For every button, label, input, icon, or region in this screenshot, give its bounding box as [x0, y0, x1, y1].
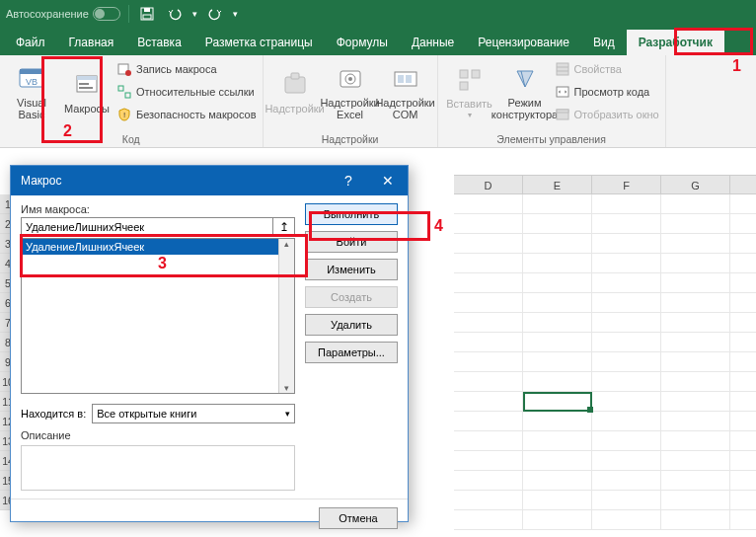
autosave-label: Автосохранение [6, 8, 89, 20]
redo-icon[interactable] [205, 4, 225, 24]
delete-button[interactable]: Удалить [305, 314, 398, 336]
options-button[interactable]: Параметры... [305, 342, 398, 363]
com-addins-icon [390, 63, 421, 95]
scrollbar[interactable]: ▴▾ [278, 239, 294, 393]
insert-control-icon [454, 64, 486, 96]
edit-button[interactable]: Изменить [305, 259, 398, 280]
dialog-close-button[interactable]: ✕ [368, 166, 408, 195]
visual-basic-button[interactable]: VB Visual Basic [6, 58, 57, 125]
svg-rect-25 [460, 82, 468, 90]
description-label: Описание [21, 429, 295, 441]
record-macro-label: Запись макроса [136, 63, 217, 75]
svg-rect-21 [398, 75, 404, 83]
macros-label: Макросы [64, 103, 110, 115]
col-header[interactable]: E [523, 176, 592, 193]
cancel-button[interactable]: Отмена [319, 507, 398, 529]
excel-addins-label: Надстройки Excel [320, 97, 379, 120]
relative-refs-button[interactable]: Относительные ссылки [116, 81, 257, 103]
tab-formulas[interactable]: Формулы [325, 30, 400, 55]
macro-dialog: Макрос ? ✕ Имя макроса: ↥ УдалениеЛишних… [10, 165, 409, 522]
visual-basic-icon: VB [16, 63, 47, 95]
macros-in-select[interactable]: Все открытые книги ▾ [92, 404, 295, 423]
tab-developer[interactable]: Разработчик [627, 30, 724, 55]
addins-button[interactable]: Надстройки [269, 58, 321, 125]
visual-basic-label: Visual Basic [17, 97, 46, 120]
title-bar: Автосохранение ▾ ▾ [0, 0, 756, 28]
properties-button[interactable]: Свойства [555, 58, 659, 80]
macro-name-input[interactable] [21, 217, 273, 237]
col-header[interactable]: G [661, 176, 730, 193]
svg-rect-23 [460, 70, 468, 78]
tab-data[interactable]: Данные [400, 30, 466, 55]
design-mode-button[interactable]: Режим конструктора [499, 58, 551, 125]
scroll-up-icon[interactable]: ▴ [284, 239, 289, 249]
ribbon-tabs: Файл Главная Вставка Разметка страницы Ф… [0, 28, 756, 55]
col-header[interactable]: F [592, 176, 661, 193]
record-macro-button[interactable]: Запись макроса [116, 58, 257, 80]
collapse-dialog-icon[interactable]: ↥ [273, 217, 295, 237]
tab-view[interactable]: Вид [581, 30, 627, 55]
undo-icon[interactable] [165, 4, 185, 24]
svg-rect-7 [77, 76, 97, 80]
svg-rect-1 [144, 8, 150, 12]
macro-security-button[interactable]: ! Безопасность макросов [116, 104, 257, 125]
view-code-icon [555, 84, 570, 100]
run-button[interactable]: Выполнить [305, 203, 398, 225]
worksheet-grid[interactable]: /* placeholder */ [454, 194, 756, 530]
show-window-button[interactable]: Отобразить окно [555, 104, 659, 125]
chevron-down-icon: ▾ [468, 112, 472, 120]
tab-home[interactable]: Главная [57, 30, 126, 55]
svg-rect-12 [118, 86, 123, 91]
design-mode-label: Режим конструктора [491, 97, 558, 120]
design-mode-icon [509, 63, 541, 95]
svg-rect-22 [406, 75, 412, 83]
group-addins-label: Надстройки [269, 133, 431, 147]
com-addins-button[interactable]: Надстройки COM [380, 58, 431, 125]
callout-3-number: 3 [158, 255, 167, 272]
qat-customize-icon[interactable]: ▾ [233, 9, 238, 19]
qat-separator [128, 5, 129, 23]
tab-insert[interactable]: Вставка [125, 30, 193, 55]
group-controls-label: Элементы управления [444, 133, 659, 147]
svg-rect-13 [125, 93, 130, 98]
ribbon: VB Visual Basic Макросы Запись макроса О… [0, 55, 756, 148]
col-header[interactable]: D [454, 176, 523, 193]
excel-addins-button[interactable]: Надстройки Excel [325, 58, 376, 125]
insert-control-button[interactable]: Вставить ▾ [444, 58, 495, 125]
tab-review[interactable]: Рецензирование [466, 30, 581, 55]
properties-icon [555, 61, 570, 77]
selected-cell[interactable] [523, 392, 592, 412]
macros-button[interactable]: Макросы [61, 58, 113, 125]
svg-point-19 [348, 77, 352, 81]
svg-rect-8 [79, 83, 89, 85]
show-window-icon [555, 107, 570, 122]
view-code-button[interactable]: Просмотр кода [555, 81, 659, 103]
dialog-help-button[interactable]: ? [329, 166, 368, 195]
create-button: Создать [305, 286, 398, 308]
svg-rect-16 [291, 73, 299, 79]
dialog-title: Макрос [21, 174, 61, 188]
macro-security-label: Безопасность макросов [136, 109, 257, 120]
save-icon[interactable] [137, 4, 157, 24]
security-icon: ! [116, 107, 132, 122]
scroll-down-icon[interactable]: ▾ [284, 383, 289, 393]
macro-list-item[interactable]: УдалениеЛишнихЯчеек [22, 239, 294, 255]
svg-rect-24 [472, 70, 480, 78]
com-addins-label: Надстройки COM [375, 97, 434, 120]
callout-4-number: 4 [434, 217, 443, 235]
show-window-label: Отобразить окно [574, 109, 659, 120]
description-box [21, 445, 295, 491]
svg-rect-9 [79, 87, 93, 89]
undo-dropdown-icon[interactable]: ▾ [192, 9, 197, 19]
dialog-titlebar[interactable]: Макрос ? ✕ [11, 166, 408, 195]
callout-1-number: 1 [732, 57, 741, 75]
tab-layout[interactable]: Разметка страницы [193, 30, 325, 55]
tab-file[interactable]: Файл [4, 30, 57, 55]
autosave-toggle[interactable]: Автосохранение [6, 7, 120, 21]
svg-text:VB: VB [26, 77, 38, 87]
col-header[interactable]: H [730, 176, 756, 193]
svg-point-11 [125, 70, 131, 76]
step-into-button[interactable]: Войти [305, 231, 398, 253]
insert-control-label: Вставить [446, 98, 492, 110]
excel-addins-icon [335, 63, 366, 95]
